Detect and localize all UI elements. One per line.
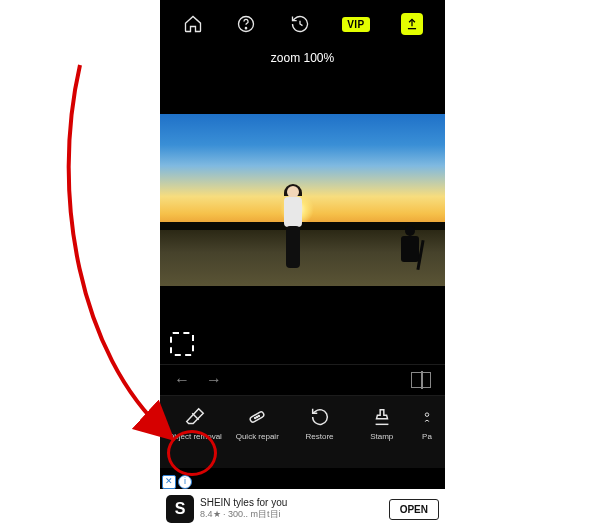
more-icon [416,406,438,428]
top-toolbar: VIP [160,0,445,48]
restore-icon [309,406,331,428]
home-icon[interactable] [182,13,204,35]
subject-person [278,186,308,274]
ad-logo: S [166,495,194,523]
history-icon[interactable] [289,13,311,35]
export-button[interactable] [401,13,423,35]
tool-label: Pa [422,432,432,441]
tool-quick-repair[interactable]: Quick repair [230,406,284,441]
redo-button[interactable]: → [206,371,222,389]
eraser-icon [184,406,206,428]
tool-stamp[interactable]: Stamp [355,406,409,441]
bandage-icon [246,406,268,428]
help-icon[interactable] [235,13,257,35]
history-bar: ← → [160,364,445,395]
tool-label: Quick repair [236,432,279,441]
undo-button[interactable]: ← [174,371,190,389]
tool-object-removal[interactable]: Object removal [168,406,222,441]
ad-subtitle: 8.4★ · 300.. m目t目i [200,508,389,521]
svg-point-3 [257,416,258,417]
tools-row: Object removal Quick repair Restore Stam… [160,395,445,468]
ad-title: SHEIN tyles for you [200,497,389,508]
svg-point-5 [259,416,260,417]
app-screen: VIP zoom 100% ← → [160,0,445,529]
svg-point-6 [425,413,429,417]
stamp-icon [371,406,393,428]
tool-restore[interactable]: Restore [293,406,347,441]
canvas-area[interactable] [160,74,445,364]
ad-info-icon[interactable]: i [178,475,192,489]
ad-close-icon[interactable]: ✕ [162,475,176,489]
zoom-label: zoom 100% [160,48,445,74]
tool-label: Object removal [168,432,222,441]
vip-badge[interactable]: VIP [342,17,370,32]
ad-text: SHEIN tyles for you 8.4★ · 300.. m目t目i [200,497,389,521]
svg-point-1 [246,28,247,29]
tool-label: Stamp [370,432,393,441]
compare-button[interactable] [411,372,431,388]
selection-tool-icon[interactable] [170,332,194,356]
tool-label: Restore [305,432,333,441]
tool-more[interactable]: Pa [417,406,437,441]
svg-point-4 [255,417,256,418]
subject-photographer [395,226,435,274]
ad-banner[interactable]: ✕ i S SHEIN tyles for you 8.4★ · 300.. m… [160,489,445,529]
photo-preview [160,114,445,286]
ad-open-button[interactable]: OPEN [389,499,439,520]
